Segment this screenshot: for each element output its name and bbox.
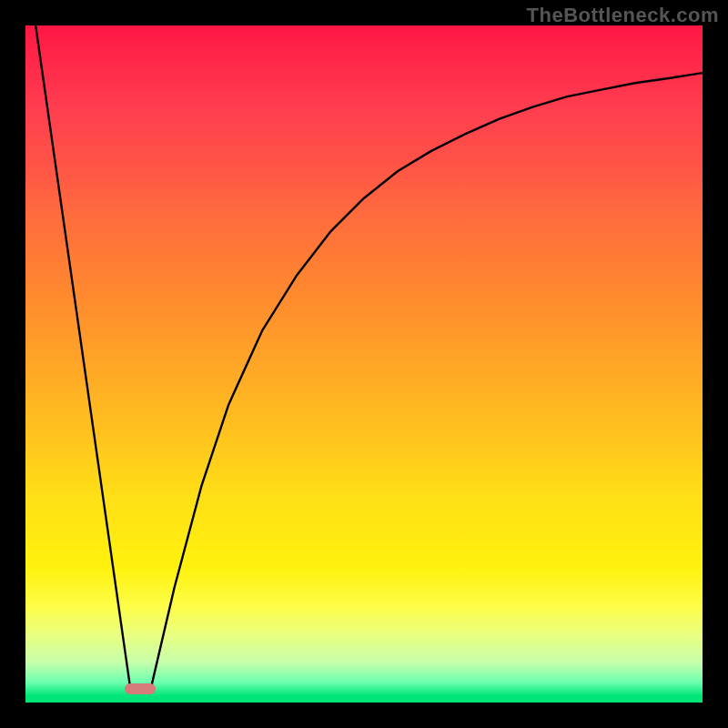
series-left-slope — [35, 25, 130, 689]
plot-area — [25, 25, 703, 703]
bottleneck-marker — [125, 683, 156, 694]
chart-frame: TheBottleneck.com — [0, 0, 728, 728]
curve-layer — [25, 25, 703, 703]
series-right-curve — [151, 73, 703, 689]
watermark-text: TheBottleneck.com — [527, 4, 719, 27]
